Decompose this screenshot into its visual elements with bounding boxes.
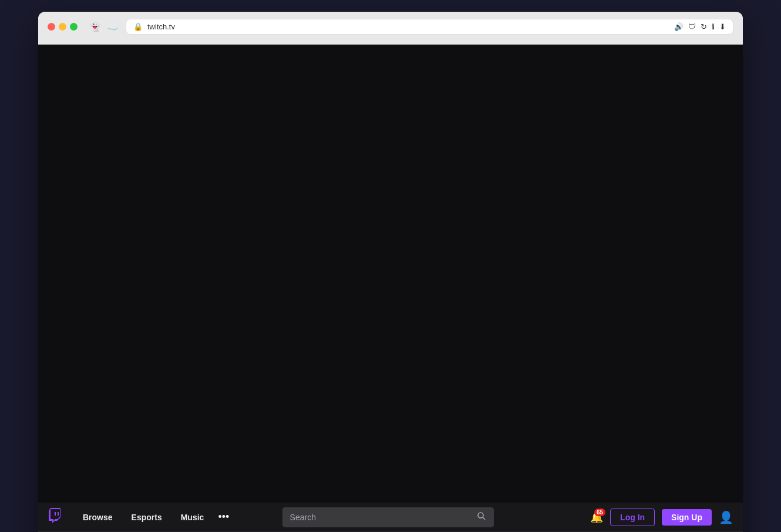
svg-line-3 [483, 517, 485, 520]
browser-toolbar: 👻 ☁️ [89, 21, 119, 33]
music-link[interactable]: Music [176, 510, 209, 524]
twitch-logo-icon[interactable] [48, 507, 64, 527]
svg-rect-1 [55, 512, 56, 516]
lock-icon: 🔒 [133, 22, 143, 31]
download-icon[interactable]: ⬇ [719, 22, 726, 31]
cloud-icon: ☁️ [107, 21, 119, 33]
login-button[interactable]: Log In [610, 509, 655, 526]
url-text: twitch.tv [147, 22, 175, 31]
search-icon [477, 511, 486, 523]
svg-point-2 [478, 513, 483, 518]
notification-badge: 65 [594, 509, 605, 516]
ghost-icon: 👻 [89, 21, 101, 33]
nav-right: 🔔 65 Log In Sign Up 👤 [590, 509, 733, 526]
more-menu[interactable]: ••• [218, 511, 229, 523]
traffic-lights [48, 23, 78, 31]
esports-link[interactable]: Esports [127, 510, 167, 524]
maximize-button[interactable] [70, 23, 78, 31]
volume-icon: 🔊 [674, 22, 684, 31]
browse-link[interactable]: Browse [78, 510, 117, 524]
address-bar[interactable]: 🔒 twitch.tv 🔊 🛡 ↻ ℹ ⬇ [126, 19, 733, 35]
notification-button[interactable]: 🔔 65 [590, 511, 603, 524]
search-input[interactable] [290, 513, 472, 522]
user-icon[interactable]: 👤 [719, 510, 733, 524]
app-container [38, 45, 743, 503]
top-nav: Browse Esports Music ••• 🔔 65 Log In [38, 503, 743, 532]
twitch-app: Browse Esports Music ••• 🔔 65 Log In [38, 503, 743, 532]
signup-button[interactable]: Sign Up [662, 509, 712, 526]
info-icon: ℹ [712, 22, 715, 31]
minimize-button[interactable] [59, 23, 66, 31]
svg-rect-0 [58, 512, 59, 516]
refresh-icon[interactable]: ↻ [701, 22, 707, 31]
browser-window: 👻 ☁️ 🔒 twitch.tv 🔊 🛡 ↻ ℹ ⬇ [38, 12, 743, 532]
search-bar[interactable] [282, 507, 494, 527]
close-button[interactable] [48, 23, 55, 31]
address-bar-icons: 🔊 🛡 ↻ ℹ ⬇ [674, 22, 726, 31]
browser-chrome: 👻 ☁️ 🔒 twitch.tv 🔊 🛡 ↻ ℹ ⬇ [38, 12, 743, 45]
shield-icon: 🛡 [688, 22, 696, 31]
